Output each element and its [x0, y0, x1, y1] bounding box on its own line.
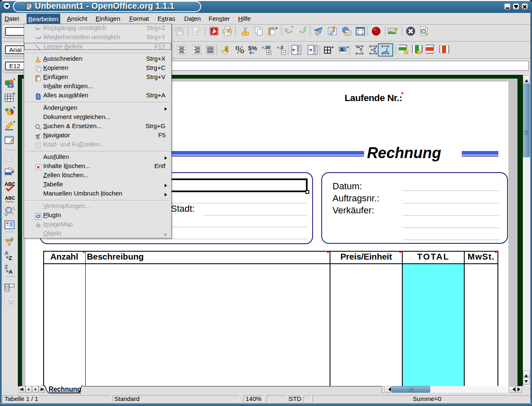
svg-text:$%: $%	[248, 45, 257, 52]
svg-text:+,0: +,0	[277, 45, 283, 50]
svg-text:A: A	[340, 47, 344, 52]
svg-text:+,00: +,00	[261, 45, 271, 50]
